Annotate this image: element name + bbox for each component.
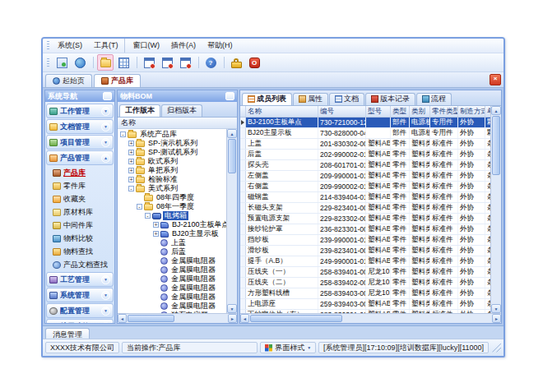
tree-expander[interactable]: +: [128, 177, 134, 182]
tree-node[interactable]: + BJ-2100主板单点: [118, 220, 226, 229]
sidebar-entry[interactable]: 物料比较: [45, 232, 114, 245]
close-tab-button[interactable]: ×: [490, 74, 501, 85]
tree-node[interactable]: 金属膜电阻器: [118, 302, 226, 311]
table-row[interactable]: 磁钢盖 214-839404-01X 塑料ABS 零件 塑料类 标准件 外协 条: [240, 192, 490, 203]
tree-node[interactable]: + SP-演示机系列: [118, 139, 226, 148]
tree-expander[interactable]: -: [145, 213, 151, 219]
document-tab[interactable]: 起始页: [45, 74, 92, 87]
sidebar-entry[interactable]: 原材料库: [45, 205, 114, 219]
sidebar-entry[interactable]: 产品文档查找: [45, 258, 114, 271]
sidebar-entry[interactable]: 产品库: [45, 166, 114, 179]
group-chevron-icon[interactable]: ▲: [101, 154, 110, 163]
group-chevron-icon[interactable]: ▼: [101, 291, 110, 300]
toolbar-button[interactable]: [53, 54, 70, 71]
scrollbar-thumb[interactable]: [492, 116, 500, 175]
tree-expander[interactable]: +: [153, 231, 159, 237]
table-row[interactable]: 上电源座 259-839403-00X 塑料ABS 零件 塑料类 标准件 外协 …: [240, 299, 490, 310]
tree-node[interactable]: + 单把系列: [118, 166, 226, 175]
table-row[interactable]: 挡纱板 239-990001-01X 塑料ABS 零件 塑料类 标准件 外协 条: [240, 235, 490, 246]
tree-node[interactable]: + 欧式系列: [118, 157, 226, 166]
sidebar-menu-button[interactable]: [103, 92, 112, 100]
tree-expander[interactable]: +: [128, 150, 134, 155]
group-chevron-icon[interactable]: ▼: [101, 307, 110, 316]
member-panel-tab[interactable]: 成员列表: [242, 93, 292, 105]
scroll-left-icon[interactable]: ◄: [240, 314, 249, 323]
bom-version-tab[interactable]: 工作版本: [119, 104, 160, 117]
menu-grip[interactable]: [47, 41, 49, 50]
tree-expander[interactable]: -: [128, 186, 134, 191]
tree-node[interactable]: + 检验标准: [118, 175, 226, 184]
interface-style-dropdown[interactable]: 界面样式 ▼: [260, 342, 316, 353]
toolbar-button[interactable]: [177, 54, 193, 71]
menu-item[interactable]: 系统(S): [52, 39, 88, 53]
member-panel-tab[interactable]: 属性: [293, 93, 328, 105]
column-header-code[interactable]: 编号: [318, 106, 366, 117]
tree-node[interactable]: - 08年一季度: [118, 202, 226, 211]
column-header-make-mode[interactable]: 制造方式: [458, 106, 485, 117]
tree-node[interactable]: - 美式系列: [118, 184, 226, 193]
resize-grip[interactable]: [492, 344, 501, 353]
tree-node[interactable]: 金属膜电阻器: [118, 293, 226, 302]
table-row[interactable]: 后盖 202-990002-01X 塑料ABS 零件 塑料类 标准件 外协 条: [240, 150, 490, 160]
tree-expander[interactable]: +: [153, 222, 159, 228]
group-chevron-icon[interactable]: ▼: [101, 138, 110, 147]
sidebar-entry[interactable]: 配置管理 ▼: [46, 303, 114, 318]
member-panel-tab[interactable]: 文档: [329, 93, 364, 105]
sidebar-entry[interactable]: 工作管理 ▼: [46, 104, 114, 118]
column-header-part-type[interactable]: 零件类型: [430, 106, 458, 117]
sidebar-entry[interactable]: 项目管理 ▼: [46, 135, 114, 150]
table-row[interactable]: BJ20主显示板 730-828000-04X 部件 电源板 专用件 外协 颗: [240, 128, 490, 139]
tree-node[interactable]: 金属膜电阻器: [118, 256, 226, 265]
column-header-type[interactable]: 类型: [391, 106, 410, 117]
column-header-name[interactable]: 名称: [246, 106, 318, 117]
scroll-up-icon[interactable]: ▲: [227, 129, 237, 138]
table-row[interactable]: 接纱轮护罩 236-823301-00X 塑料ABS 零件 塑料类 标准件 外协…: [240, 224, 490, 235]
sidebar-entry[interactable]: 零件库: [45, 179, 114, 192]
bom-panel-pin-button[interactable]: [225, 92, 234, 100]
sidebar-entry[interactable]: 工艺管理 ▼: [46, 272, 114, 287]
sidebar-entry[interactable]: 产品管理 ▲: [46, 150, 114, 165]
tree-horizontal-scrollbar[interactable]: ◄ ►: [118, 313, 237, 323]
tree-node[interactable]: - 系统产品库: [118, 130, 226, 139]
toolbar-button[interactable]: [159, 54, 175, 71]
sidebar-entry[interactable]: 文档管理 ▼: [46, 119, 114, 134]
tree-column-header[interactable]: 名称: [118, 118, 237, 129]
tree-expander[interactable]: -: [120, 131, 126, 137]
tree-node[interactable]: - 电烤箱: [118, 211, 226, 220]
table-row[interactable]: 探头壳 208-601701-01X 塑料ABS 零件 塑料类 标准件 外协 条: [240, 160, 490, 171]
toolbar-grip[interactable]: [47, 58, 49, 67]
tree-node[interactable]: 后盖: [118, 247, 226, 256]
group-chevron-icon[interactable]: ▼: [101, 122, 110, 131]
tree-expander[interactable]: +: [128, 159, 134, 164]
table-row[interactable]: 长磁头支架 229-823401-00X 塑料ABS 零件 塑料类 标准件 外协…: [240, 203, 490, 214]
scroll-right-icon[interactable]: ►: [228, 314, 237, 323]
table-row[interactable]: 压线夹（一） 258-839401-00X 尼龙1010 零件 塑料类 标准件 …: [240, 267, 490, 278]
document-tab[interactable]: 产品库: [94, 74, 141, 87]
tree-node[interactable]: 上盖: [118, 238, 226, 247]
scroll-down-icon[interactable]: ▼: [491, 304, 501, 313]
sidebar-entry[interactable]: 物料查找: [45, 245, 114, 258]
table-row[interactable]: 左侧盖 209-990001-01X 塑料ABS 零件 塑料类 标准件 外协 条: [240, 171, 490, 182]
tree-expander[interactable]: +: [128, 141, 134, 146]
toolbar-button[interactable]: [228, 54, 244, 71]
table-row[interactable]: 预置电源支架 229-823302-00X 塑料ABS 零件 塑料类 标准件 外…: [240, 214, 490, 224]
scroll-right-icon[interactable]: ►: [492, 314, 501, 323]
group-chevron-icon[interactable]: ▼: [101, 322, 110, 324]
tree-node[interactable]: 金属膜电阻器: [118, 274, 226, 284]
toolbar-button[interactable]: [115, 54, 132, 71]
group-chevron-icon[interactable]: ▼: [101, 275, 110, 284]
scrollbar-thumb[interactable]: [128, 315, 174, 322]
sidebar-entry[interactable]: 中间件库: [45, 219, 114, 232]
message-manager-tab[interactable]: 消息管理: [45, 328, 90, 339]
table-row[interactable]: 上盖 201-830302-00X 塑料ABS 零件 塑料类 标准件 外协 条: [240, 139, 490, 150]
member-panel-tab[interactable]: 版本记录: [365, 93, 415, 105]
tree-vertical-scrollbar[interactable]: ▲ ▼: [226, 129, 237, 313]
scroll-up-icon[interactable]: ▲: [491, 106, 501, 115]
sidebar-entry[interactable]: 系统管理 ▼: [46, 288, 114, 302]
grid-horizontal-scrollbar[interactable]: ◄ ►: [240, 313, 501, 323]
table-row[interactable]: BJ-2100主板单点 730-721000-12X 部件 电源板 专用件 外协…: [240, 118, 490, 128]
toolbar-button[interactable]: ?: [202, 54, 219, 71]
toolbar-button[interactable]: [72, 54, 88, 71]
menu-item[interactable]: 插件(A): [165, 39, 202, 53]
tree-node[interactable]: 08年四季度: [118, 193, 226, 202]
